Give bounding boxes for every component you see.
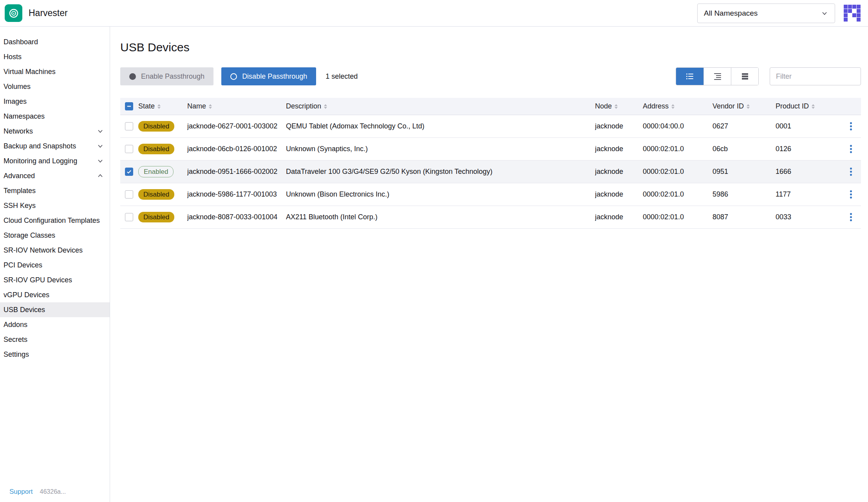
device-address: 0000:02:01.0 [643,190,712,199]
enable-passthrough-label: Enable Passthrough [141,72,204,81]
sidebar-item-label: Backup and Snapshots [4,142,76,150]
sidebar-item-sr-iov-network-devices[interactable]: SR-IOV Network Devices [0,243,110,258]
column-label: Address [643,102,669,110]
usb-devices-table: State Name Description Node Address Vend… [120,98,861,229]
chevron-down-icon [96,142,104,150]
column-header-state[interactable]: State [138,102,187,110]
sidebar-item-label: Settings [4,350,29,359]
column-header-product-id[interactable]: Product ID [776,102,841,110]
sidebar-item-ssh-keys[interactable]: SSH Keys [0,198,110,213]
row-checkbox[interactable] [125,168,133,176]
sidebar-item-label: vGPU Devices [4,291,49,299]
support-link[interactable]: Support [9,488,33,496]
list-view-icon [685,72,694,81]
namespace-selector[interactable]: All Namespaces [697,4,835,23]
row-actions-button[interactable] [848,165,854,178]
state-badge: Disabled [138,144,174,154]
brand: Harvester [5,4,68,22]
sidebar-item-backup-and-snapshots[interactable]: Backup and Snapshots [0,139,110,153]
table-view-button[interactable] [731,68,758,85]
column-header-name[interactable]: Name [187,102,286,110]
state-badge: Disabled [138,189,174,200]
row-checkbox[interactable] [125,213,133,221]
select-all-checkbox[interactable] [125,102,133,110]
row-checkbox-cell [120,145,138,153]
toolbar: Enable Passthrough Disable Passthrough 1… [120,67,861,85]
row-checkbox[interactable] [125,122,133,130]
column-label: Node [595,102,612,110]
sidebar-item-networks[interactable]: Networks [0,124,110,139]
sidebar-item-usb-devices[interactable]: USB Devices [0,302,110,317]
list-view-button[interactable] [676,68,703,85]
column-label: State [138,102,155,110]
sidebar-item-label: Images [4,98,27,106]
sidebar-item-advanced[interactable]: Advanced [0,168,110,183]
sidebar-item-vgpu-devices[interactable]: vGPU Devices [0,287,110,302]
column-header-vendor-id[interactable]: Vendor ID [712,102,776,110]
device-name: jacknode-0951-1666-002002 [187,168,286,176]
column-header-address[interactable]: Address [643,102,712,110]
namespace-selector-value: All Namespaces [704,9,758,18]
device-description: AX211 Bluetooth (Intel Corp.) [286,213,595,221]
sidebar-item-monitoring-and-logging[interactable]: Monitoring and Logging [0,153,110,168]
column-label: Product ID [776,102,809,110]
sidebar-item-cloud-configuration-templates[interactable]: Cloud Configuration Templates [0,213,110,228]
sidebar-item-label: Secrets [4,336,27,344]
sidebar-item-settings[interactable]: Settings [0,347,110,362]
device-vendor-id: 0627 [712,122,776,130]
row-checkbox[interactable] [125,190,133,199]
chevron-down-icon [96,127,104,135]
sidebar-item-pci-devices[interactable]: PCI Devices [0,258,110,273]
chevron-up-icon [96,172,104,180]
column-header-description[interactable]: Description [286,102,595,110]
device-product-id: 1666 [776,168,841,176]
top-header: Harvester All Namespaces [0,0,868,27]
sidebar-item-dashboard[interactable]: Dashboard [0,34,110,49]
row-actions-button[interactable] [848,188,854,201]
row-checkbox-cell [120,213,138,221]
sidebar-item-addons[interactable]: Addons [0,317,110,332]
state-cell: Enabled [138,166,187,177]
device-vendor-id: 06cb [712,145,776,153]
state-cell: Disabled [138,144,187,154]
filter-input[interactable] [770,67,861,85]
chevron-down-icon [96,157,104,165]
sort-icon [157,104,161,109]
state-badge: Enabled [138,166,174,177]
table-row: Disabled jacknode-06cb-0126-001002 Unkno… [120,138,861,161]
sidebar-item-storage-classes[interactable]: Storage Classes [0,228,110,243]
page-title: USB Devices [120,41,861,54]
row-actions-cell [841,165,861,178]
sidebar-item-images[interactable]: Images [0,94,110,109]
row-actions-button[interactable] [848,211,854,224]
disable-passthrough-button[interactable]: Disable Passthrough [221,67,316,85]
row-checkbox[interactable] [125,145,133,153]
table-header-row: State Name Description Node Address Vend… [120,98,861,115]
column-header-node[interactable]: Node [595,102,643,110]
sidebar-item-namespaces[interactable]: Namespaces [0,109,110,124]
sidebar-item-sr-iov-gpu-devices[interactable]: SR-IOV GPU Devices [0,273,110,287]
row-actions-button[interactable] [848,120,854,133]
device-vendor-id: 0951 [712,168,776,176]
sidebar-item-secrets[interactable]: Secrets [0,332,110,347]
grouped-view-button[interactable] [703,68,731,85]
row-actions-button[interactable] [848,143,854,155]
rancher-logo-icon[interactable] [844,5,861,22]
sort-icon [324,104,327,109]
sidebar-item-label: SSH Keys [4,202,36,210]
header-right: All Namespaces [697,4,861,23]
device-address: 0000:02:01.0 [643,145,712,153]
device-vendor-id: 8087 [712,213,776,221]
sidebar-item-hosts[interactable]: Hosts [0,49,110,64]
state-badge: Disabled [138,121,174,132]
row-actions-cell [841,211,861,224]
sidebar-item-volumes[interactable]: Volumes [0,79,110,94]
sidebar-item-templates[interactable]: Templates [0,183,110,198]
device-product-id: 0001 [776,122,841,130]
sort-icon [812,104,815,109]
state-badge: Disabled [138,212,174,222]
table-row: Disabled jacknode-5986-1177-001003 Unkno… [120,183,861,206]
device-name: jacknode-0627-0001-003002 [187,122,286,130]
sidebar-item-virtual-machines[interactable]: Virtual Machines [0,64,110,79]
enable-passthrough-button[interactable]: Enable Passthrough [120,67,213,85]
